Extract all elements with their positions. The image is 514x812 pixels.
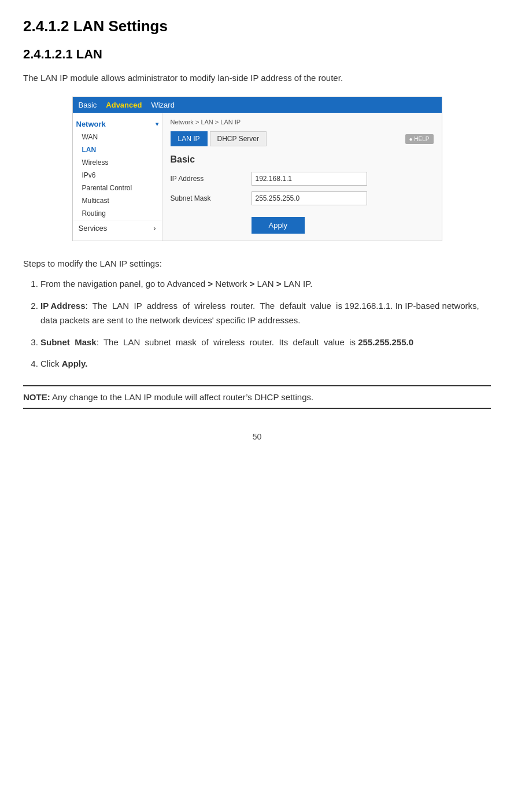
topbar-advanced[interactable]: Advanced — [106, 101, 142, 109]
step-2: IP Address: The LAN IP address of wirele… — [40, 298, 491, 328]
sidebar-services[interactable]: Services › — [73, 220, 162, 236]
sidebar-item-lan[interactable]: LAN — [73, 143, 162, 156]
sidebar-item-routing[interactable]: Routing — [73, 207, 162, 220]
step-4-text: Click Apply. — [40, 359, 87, 368]
sidebar-services-label: Services — [79, 224, 108, 232]
section-title: Basic — [171, 154, 434, 165]
ip-address-input[interactable] — [252, 172, 367, 186]
sidebar-item-ipv6[interactable]: IPv6 — [73, 169, 162, 182]
steps-section: Steps to modify the LAN IP settings: Fro… — [23, 259, 491, 409]
chevron-right-icon: › — [153, 224, 156, 232]
note-label: NOTE: — [23, 392, 50, 402]
description: The LAN IP module allows administrator t… — [23, 71, 491, 85]
sidebar-network-label: Network — [76, 120, 106, 128]
ip-address-label: IP Address — [171, 175, 252, 183]
step-1-text: From the navigation panel, go to Advance… — [40, 279, 312, 289]
sidebar-item-parental-control[interactable]: Parental Control — [73, 182, 162, 194]
sub-title: 2.4.1.2.1 LAN — [23, 47, 491, 62]
router-sidebar: Network ▾ WAN LAN Wireless IPv6 Parental… — [73, 113, 162, 241]
breadcrumb: Network > LAN > LAN IP — [171, 119, 434, 126]
apply-button[interactable]: Apply — [252, 217, 305, 234]
help-button[interactable]: ● HELP — [405, 134, 434, 144]
step-2-text: IP Address: The LAN IP address of wirele… — [40, 301, 479, 326]
steps-intro: Steps to modify the LAN IP settings: — [23, 259, 491, 268]
tab-dhcp-server[interactable]: DHCP Server — [210, 131, 267, 146]
steps-list: From the navigation panel, go to Advance… — [23, 276, 491, 371]
router-topbar: Basic Advanced Wizard — [73, 97, 442, 113]
subnet-mask-row: Subnet Mask — [171, 191, 434, 205]
page-number: 50 — [23, 432, 491, 441]
topbar-basic[interactable]: Basic — [79, 101, 97, 109]
sidebar-item-multicast[interactable]: Multicast — [73, 194, 162, 207]
note-text: Any change to the LAN IP module will aff… — [52, 392, 313, 402]
note-box: NOTE: Any change to the LAN IP module wi… — [23, 385, 491, 409]
router-body: Network ▾ WAN LAN Wireless IPv6 Parental… — [73, 113, 442, 241]
subnet-mask-label: Subnet Mask — [171, 194, 252, 202]
sidebar-item-wireless[interactable]: Wireless — [73, 156, 162, 169]
sidebar-network-header[interactable]: Network ▾ — [73, 117, 162, 131]
step-3-text: Subnet Mask: The LAN subnet mask of wire… — [40, 337, 413, 347]
tab-bar: LAN IP DHCP Server ● HELP — [171, 131, 434, 146]
sidebar-item-wan[interactable]: WAN — [73, 131, 162, 143]
step-4: Click Apply. — [40, 356, 491, 371]
step-3: Subnet Mask: The LAN subnet mask of wire… — [40, 335, 491, 350]
ip-address-row: IP Address — [171, 172, 434, 186]
main-title: 2.4.1.2 LAN Settings — [23, 17, 491, 35]
router-ui-screenshot: Basic Advanced Wizard Network ▾ WAN LAN … — [72, 97, 442, 241]
subnet-mask-input[interactable] — [252, 191, 367, 205]
topbar-wizard[interactable]: Wizard — [151, 101, 174, 109]
router-content: Network > LAN > LAN IP LAN IP DHCP Serve… — [162, 113, 442, 241]
chevron-down-icon: ▾ — [156, 121, 158, 127]
tab-lan-ip[interactable]: LAN IP — [171, 131, 208, 146]
step-1: From the navigation panel, go to Advance… — [40, 276, 491, 291]
